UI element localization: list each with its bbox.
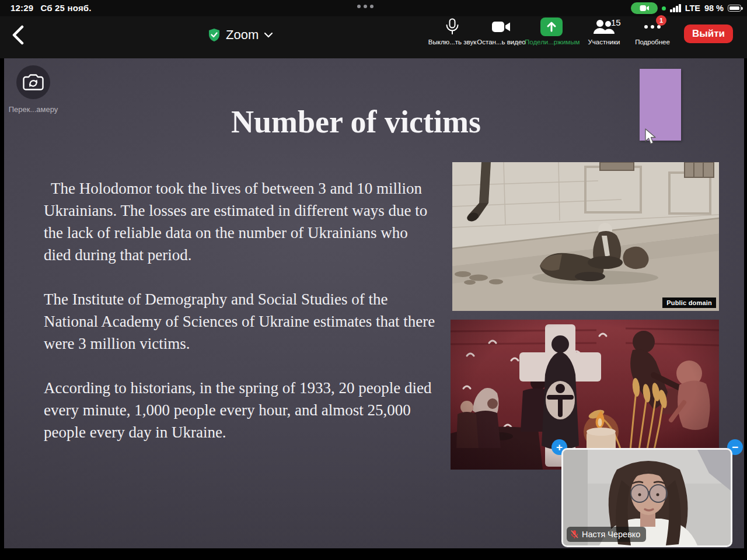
stop-video-button[interactable]: Остан...ь видео — [477, 16, 526, 58]
security-shield-icon — [208, 28, 221, 42]
video-camera-icon — [491, 20, 511, 34]
participants-count: 15 — [611, 18, 621, 27]
more-button[interactable]: 1 Подробнее — [631, 16, 673, 58]
share-content-button[interactable]: Подели...ржимым — [525, 16, 578, 58]
participants-label: Участники — [580, 38, 629, 46]
participants-button[interactable]: 15 Участники — [580, 16, 629, 58]
meeting-info-menu[interactable]: Zoom — [208, 26, 273, 44]
mute-label: Выклю...ть звук — [428, 38, 477, 46]
ellipsis-icon — [644, 25, 661, 29]
microphone-icon — [445, 18, 460, 36]
camera-rotate-icon — [23, 74, 44, 91]
chevron-left-icon — [11, 25, 26, 45]
participant-name-tag: Настя Черевко — [567, 527, 646, 542]
leave-meeting-button[interactable]: Выйти — [684, 24, 733, 43]
meeting-toolbar: Zoom Выклю...ть звук Ост — [0, 16, 747, 58]
clock: 12:29 — [11, 3, 33, 13]
camera-icon — [640, 5, 650, 12]
participant-name: Настя Черевко — [582, 530, 640, 539]
multitask-indicator-icon — [357, 5, 374, 8]
slide-title: Number of victims — [47, 104, 665, 140]
app-title: Zoom — [226, 27, 259, 43]
status-bar: 12:29 Сб 25 нояб. LTE 98 % — [0, 0, 747, 16]
slide-body-text: The Holodomor took the lives of between … — [44, 177, 436, 466]
zoom-meeting-screen: 12:29 Сб 25 нояб. LTE 98 % — [0, 0, 747, 560]
slide-paragraph: The Institute of Demography and Social S… — [44, 288, 436, 355]
share-icon — [540, 18, 563, 36]
battery-icon — [728, 5, 741, 12]
share-label: Подели...ржимым — [525, 38, 578, 46]
shared-screen-area: Перек...амеру Number of victims The Holo… — [0, 58, 747, 548]
notification-badge: 1 — [656, 15, 666, 26]
street-photo-illustration — [452, 162, 719, 311]
slide-paragraph: The Holodomor took the lives of between … — [44, 177, 436, 266]
battery-percent: 98 % — [704, 4, 724, 13]
back-button[interactable] — [11, 23, 30, 47]
signal-bars-icon — [670, 4, 681, 12]
remote-cursor-icon — [644, 128, 658, 148]
more-label: Подробнее — [631, 38, 673, 46]
slide-paragraph: According to historians, in the spring o… — [44, 377, 436, 443]
stop-video-label: Остан...ь видео — [477, 38, 526, 46]
date: Сб 25 нояб. — [40, 3, 91, 13]
chevron-down-icon — [264, 32, 273, 38]
green-status-dot-icon — [662, 6, 666, 10]
network-type: LTE — [685, 4, 700, 13]
slide-photo-memorial-collage — [451, 320, 719, 470]
self-view-video[interactable]: Настя Черевко — [561, 448, 732, 547]
mute-button[interactable]: Выклю...ть звук — [428, 16, 477, 58]
memorial-collage-illustration — [451, 320, 719, 470]
muted-mic-icon — [570, 530, 579, 539]
photo-caption: Public domain — [662, 298, 716, 308]
slide-photo-street: Public domain — [452, 162, 719, 311]
switch-camera-button[interactable] — [16, 65, 50, 99]
leave-label: Выйти — [692, 28, 725, 40]
minus-glyph: − — [732, 442, 738, 453]
video-active-pill-icon — [631, 2, 658, 14]
